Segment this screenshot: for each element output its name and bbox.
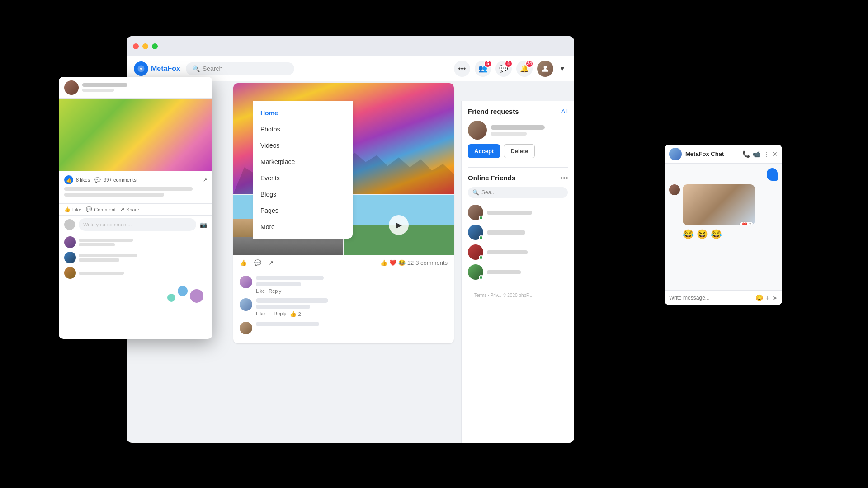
- minimize-button[interactable]: [142, 43, 148, 49]
- online-friend-4[interactable]: [468, 262, 568, 282]
- comment-input-field[interactable]: Write your comment...: [79, 218, 196, 231]
- reaction-icons: 👍 ❤️ 😂 12 3 comments: [380, 259, 448, 266]
- nav-overlay: Home Photos Videos Marketplace Events Bl…: [253, 101, 353, 239]
- comment-row-2: Like · Reply 👍 2: [240, 298, 448, 317]
- comment-text-1b: [256, 282, 301, 286]
- online-friend-3[interactable]: [468, 242, 568, 262]
- chat-header-icons: 📞 📹 ⋮ ✕: [742, 150, 778, 158]
- sc-bars-2: [79, 254, 207, 262]
- secondary-holi-image: [59, 99, 212, 171]
- comment-row: Like Reply: [240, 276, 448, 294]
- close-button[interactable]: [133, 43, 139, 49]
- dropdown-arrow[interactable]: ▾: [558, 61, 567, 77]
- reply-action-1[interactable]: Reply: [269, 288, 281, 294]
- friends-button[interactable]: 👥 5: [475, 61, 491, 77]
- share-icon-small: ↗: [203, 177, 207, 183]
- chat-input-icons: 😊 + ➤: [755, 294, 778, 301]
- sidebar-item-home[interactable]: Home: [253, 105, 353, 121]
- like-button[interactable]: 👍: [240, 259, 247, 266]
- friend-name-bar: [491, 125, 545, 130]
- sidebar-item-more[interactable]: More: [253, 219, 353, 235]
- more-button[interactable]: •••: [454, 61, 470, 77]
- notifications-button[interactable]: 🔔 24: [516, 61, 533, 77]
- emoji-row: 😂 😆 😂: [683, 229, 778, 239]
- comment-input-area: Write your comment... 📷: [59, 216, 212, 234]
- reaction-indicator: ❤️ 2: [740, 222, 753, 225]
- online-avatar-2: [468, 225, 483, 240]
- search-bar[interactable]: 🔍 Search: [186, 62, 294, 75]
- friends-badge: 5: [484, 60, 492, 68]
- comment-action-icon: 💬: [86, 206, 92, 212]
- sc-bars-3: [79, 272, 207, 275]
- friend-request-buttons: Accept Delete: [468, 144, 568, 158]
- sidebar-item-marketplace[interactable]: Marketplace: [253, 154, 353, 170]
- online-status-3: [479, 255, 483, 260]
- secondary-comment-3: [64, 267, 207, 279]
- secondary-like-action[interactable]: 👍 Like: [64, 206, 81, 212]
- secondary-likes: 8 likes: [76, 177, 90, 183]
- footer-text: Terms · Priv... © 2020 phpF...: [468, 291, 568, 300]
- chat-close-icon[interactable]: ✕: [772, 150, 778, 158]
- sc-avatar-3: [64, 267, 76, 279]
- reply-action-2[interactable]: Reply: [274, 311, 286, 317]
- online-avatar-3: [468, 244, 483, 260]
- chat-send-icon[interactable]: ➤: [772, 294, 778, 301]
- sc-bar-2a: [79, 254, 137, 257]
- sidebar-item-videos[interactable]: Videos: [253, 137, 353, 154]
- comment-button[interactable]: 💬: [254, 259, 261, 266]
- comment-icon: 💬: [254, 259, 261, 266]
- online-search[interactable]: 🔍 Sea...: [468, 187, 568, 198]
- like-action-2[interactable]: Like: [256, 311, 265, 317]
- user-avatar[interactable]: [537, 61, 553, 77]
- secondary-share-action[interactable]: ↗ Share: [120, 206, 139, 212]
- secondary-comment-action[interactable]: 💬 Comment: [86, 206, 116, 212]
- received-message: ❤️ 2: [669, 184, 778, 225]
- sidebar-item-photos[interactable]: Photos: [253, 121, 353, 137]
- share-action-label: Share: [126, 207, 139, 212]
- received-avatar: [669, 184, 680, 195]
- video-play-button[interactable]: ▶: [389, 215, 409, 235]
- topbar-icons: ••• 👥 5 💬 8 🔔 24: [454, 61, 567, 77]
- delete-button[interactable]: Delete: [504, 144, 535, 158]
- online-avatar-1: [468, 205, 483, 220]
- accept-button[interactable]: Accept: [468, 144, 500, 158]
- search-placeholder: Search: [203, 65, 222, 72]
- secondary-user-avatar: [64, 80, 79, 95]
- commenter-avatar-2: [240, 298, 252, 311]
- commenter-avatar-3: [240, 322, 252, 334]
- divider: [468, 167, 568, 168]
- emoji-1: 😂: [683, 229, 694, 239]
- online-friend-2[interactable]: [468, 222, 568, 242]
- friend-requests-all-link[interactable]: All: [561, 108, 568, 115]
- sidebar-item-blogs[interactable]: Blogs: [253, 186, 353, 202]
- secondary-comments: 99+ comments: [104, 177, 136, 183]
- chat-attach-icon[interactable]: +: [766, 294, 769, 301]
- like-action-1[interactable]: Like: [256, 288, 265, 294]
- chat-phone-icon[interactable]: 📞: [742, 150, 750, 158]
- emoji-2: 😆: [697, 229, 708, 239]
- share-button[interactable]: ↗: [269, 259, 274, 266]
- friend-requests-section: Friend requests All Accept Delete: [468, 108, 568, 158]
- deco-teal-circle: [167, 294, 175, 302]
- chat-message-input[interactable]: [669, 295, 753, 301]
- sidebar-item-events[interactable]: Events: [253, 170, 353, 186]
- online-friends-more[interactable]: [561, 177, 568, 179]
- online-friend-1[interactable]: [468, 202, 568, 222]
- sidebar-item-pages[interactable]: Pages: [253, 202, 353, 219]
- logo-area: MetaFox: [134, 61, 180, 76]
- chat-video-icon[interactable]: 📹: [753, 150, 760, 158]
- reply-reactions: 2: [298, 311, 301, 317]
- online-friends-section: Online Friends 🔍 Sea...: [468, 174, 568, 282]
- chat-body: ❤️ 2 😂 😆 😂: [665, 164, 782, 290]
- chat-more-icon[interactable]: ⋮: [763, 150, 769, 158]
- titlebar: [127, 36, 574, 56]
- reaction-thumbs: 👍: [380, 259, 387, 266]
- secondary-post-image: [59, 99, 212, 171]
- likes-row: 👍 8 likes 💬 99+ comments ↗: [64, 175, 207, 184]
- secondary-comment-1: [64, 236, 207, 248]
- mountain-scene: ▶: [344, 195, 454, 255]
- friend-requests-title: Friend requests: [468, 108, 519, 115]
- chat-emoji-icon[interactable]: 😊: [755, 294, 763, 301]
- maximize-button[interactable]: [152, 43, 158, 49]
- messages-button[interactable]: 💬 8: [495, 61, 512, 77]
